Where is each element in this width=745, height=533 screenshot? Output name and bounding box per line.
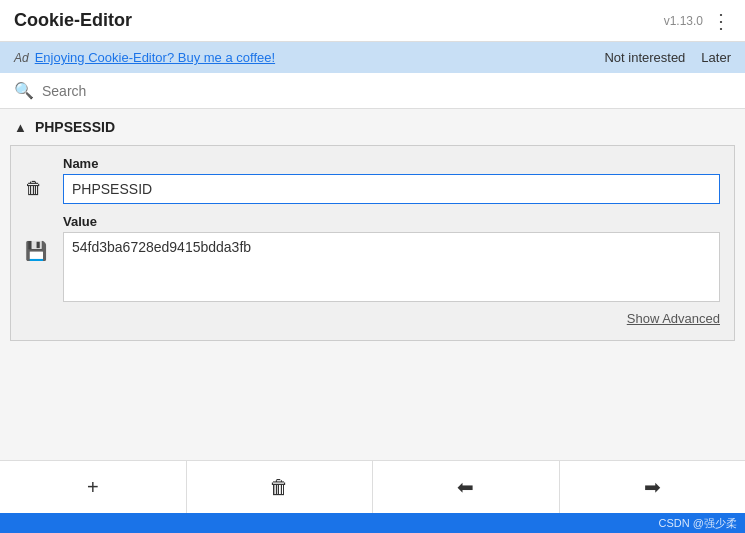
cookie-form: 🗑 Name 💾 Value Show Advanced [10, 145, 735, 341]
header-right: v1.13.0 ⋮ [664, 11, 731, 31]
value-fields: Value [63, 214, 720, 305]
delete-all-button[interactable]: 🗑 [187, 461, 374, 513]
app-header: Cookie-Editor v1.13.0 ⋮ [0, 0, 745, 42]
value-row: 💾 Value [25, 214, 720, 305]
search-icon: 🔍 [14, 81, 34, 100]
ad-right: Not interested Later [604, 50, 731, 65]
ad-banner: Ad Enjoying Cookie-Editor? Buy me a coff… [0, 42, 745, 73]
delete-cookie-icon[interactable]: 🗑 [25, 178, 43, 199]
search-bar: 🔍 [0, 73, 745, 109]
show-advanced-button[interactable]: Show Advanced [627, 311, 720, 326]
later-button[interactable]: Later [701, 50, 731, 65]
collapse-icon: ▲ [14, 120, 27, 135]
cookie-section: ▲ PHPSESSID 🗑 Name 💾 Value Sho [0, 109, 745, 341]
name-input[interactable] [63, 174, 720, 204]
bottom-toolbar: + 🗑 ⬅ ➡ [0, 460, 745, 513]
version-label: v1.13.0 [664, 14, 703, 28]
not-interested-button[interactable]: Not interested [604, 50, 685, 65]
save-cookie-icon[interactable]: 💾 [25, 240, 47, 262]
search-input[interactable] [42, 83, 731, 99]
ad-label: Ad [14, 51, 29, 65]
save-icon-col: 💾 [25, 214, 53, 262]
value-textarea[interactable] [63, 232, 720, 302]
delete-icon-col: 🗑 [25, 156, 53, 199]
import-button[interactable]: ⬅ [373, 461, 560, 513]
bottom-strip [0, 513, 745, 533]
show-advanced-row: Show Advanced [25, 311, 720, 326]
add-cookie-button[interactable]: + [0, 461, 187, 513]
ad-link[interactable]: Enjoying Cookie-Editor? Buy me a coffee! [35, 50, 275, 65]
app-title: Cookie-Editor [14, 10, 132, 31]
more-menu-icon[interactable]: ⋮ [711, 11, 731, 31]
add-icon: + [87, 476, 99, 499]
export-icon: ➡ [644, 475, 661, 499]
ad-left: Ad Enjoying Cookie-Editor? Buy me a coff… [14, 50, 275, 65]
export-button[interactable]: ➡ [560, 461, 746, 513]
name-field-label: Name [63, 156, 720, 171]
name-fields: Name [63, 156, 720, 204]
value-field-label: Value [63, 214, 720, 229]
name-row: 🗑 Name [25, 156, 720, 204]
watermark: CSDN @强少柔 [659, 516, 737, 531]
import-icon: ⬅ [457, 475, 474, 499]
cookie-section-header[interactable]: ▲ PHPSESSID [0, 109, 745, 145]
delete-all-icon: 🗑 [269, 476, 289, 499]
cookie-section-title: PHPSESSID [35, 119, 115, 135]
